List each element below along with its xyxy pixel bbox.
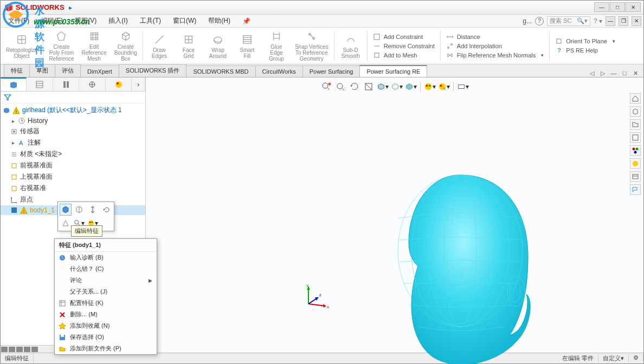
sb-tab-config[interactable] bbox=[53, 77, 79, 91]
orient-plane-button[interactable]: Orient To Plane▾ bbox=[555, 37, 615, 46]
remove-constraint-button[interactable]: Remove Constraint bbox=[373, 42, 435, 50]
maximize-button[interactable]: □ bbox=[610, 2, 625, 12]
filter-icon[interactable] bbox=[1, 92, 145, 103]
menu-insert[interactable]: 插入(I) bbox=[103, 15, 133, 27]
inner-restore[interactable]: ❐ bbox=[619, 16, 628, 26]
tab-max-icon[interactable]: □ bbox=[621, 69, 628, 77]
tab-min-icon[interactable]: — bbox=[610, 69, 617, 77]
menu-pin-icon[interactable]: 📌 bbox=[237, 16, 256, 26]
sb-tab-feature[interactable] bbox=[1, 77, 27, 91]
smart-fill-button[interactable]: SmartFill bbox=[233, 29, 261, 63]
help-icon[interactable]: ? bbox=[535, 17, 544, 25]
vp-scene-icon[interactable]: ▾ bbox=[405, 81, 417, 93]
tree-front-plane[interactable]: 前视基准面 bbox=[1, 160, 145, 171]
tree-top-plane[interactable]: 上视基准面 bbox=[1, 171, 145, 183]
snap-vertices-button[interactable]: Snap VerticesTo ReferenceGeometry bbox=[292, 29, 332, 63]
search-input[interactable]: 搜索 SC🔍▾ bbox=[547, 16, 590, 26]
draw-edges-button[interactable]: DrawEdges bbox=[145, 29, 173, 63]
taskpane-explorer-icon[interactable] bbox=[630, 132, 641, 143]
bounding-box-button[interactable]: CreateBoundingBox bbox=[111, 29, 140, 63]
vp-orient-icon[interactable]: ▾ bbox=[377, 81, 389, 93]
tab-close-icon[interactable]: ✕ bbox=[632, 69, 639, 77]
tab-circuitworks[interactable]: CircuitWorks bbox=[255, 66, 303, 77]
minimize-button[interactable]: — bbox=[594, 2, 609, 12]
ctx-parent-child[interactable]: 父子关系... (J) bbox=[55, 286, 157, 297]
ctx-delete[interactable]: 删除... (M) bbox=[55, 309, 157, 320]
taskpane-forum-icon[interactable] bbox=[630, 184, 641, 195]
ctx-new-folder[interactable]: 添加到新文件夹 (P) bbox=[55, 343, 157, 354]
tab-evaluate[interactable]: 评估 bbox=[55, 64, 81, 77]
ctx-rollback-icon[interactable] bbox=[87, 204, 99, 216]
vp-display-icon[interactable]: ▾ bbox=[391, 81, 403, 93]
ctx-normal-icon[interactable] bbox=[60, 217, 72, 229]
help-dropdown[interactable]: ? ▾ bbox=[594, 17, 602, 25]
ctx-edit-feature-icon[interactable] bbox=[60, 204, 72, 216]
ctx-undo-icon[interactable] bbox=[100, 204, 112, 216]
ctx-comments[interactable]: 评论▶ bbox=[55, 275, 157, 286]
sb-tab-property[interactable] bbox=[27, 77, 53, 91]
tab-next-icon[interactable]: ▷ bbox=[599, 69, 607, 77]
status-custom[interactable]: 自定义 ▾ bbox=[598, 354, 629, 362]
create-poly-button[interactable]: CreatePoly FromReference bbox=[46, 29, 77, 63]
tree-material[interactable]: 材质 <未指定> bbox=[1, 148, 145, 160]
ps-re-help-button[interactable]: ?PS RE Help bbox=[555, 46, 615, 55]
tab-power-surfacing-re[interactable]: Power Surfacing RE bbox=[359, 65, 427, 77]
sb-tab-dimxpert[interactable] bbox=[79, 77, 105, 91]
ctx-favorites[interactable]: 添加到收藏 (N) bbox=[55, 320, 157, 332]
taskpane-resources-icon[interactable] bbox=[630, 106, 641, 117]
inner-close[interactable]: ✕ bbox=[632, 16, 641, 26]
menu-tools[interactable]: 工具(T) bbox=[134, 15, 166, 27]
menu-edit[interactable]: 编辑(E) bbox=[36, 15, 68, 27]
inner-minimize[interactable]: — bbox=[606, 16, 615, 26]
close-button[interactable]: ✕ bbox=[626, 2, 641, 12]
sb-tab-display[interactable] bbox=[106, 77, 132, 91]
tab-sketch[interactable]: 草图 bbox=[29, 64, 55, 77]
menu-window[interactable]: 窗口(W) bbox=[168, 15, 202, 27]
vp-zoom-area-icon[interactable] bbox=[334, 81, 346, 93]
add-to-mesh-button[interactable]: Add to Mesh bbox=[373, 51, 435, 60]
status-options-icon[interactable]: ⚙ bbox=[629, 354, 643, 361]
taskpane-properties-icon[interactable] bbox=[630, 171, 641, 182]
ctx-diagnose[interactable]: 输入诊断 (B) bbox=[55, 252, 157, 263]
taskpane-home-icon[interactable] bbox=[630, 93, 641, 104]
tab-addins[interactable]: SOLIDWORKS 插件 bbox=[119, 64, 187, 77]
taskpane-appearance-icon[interactable] bbox=[630, 158, 641, 169]
wrap-around-button[interactable]: WrapAround bbox=[204, 29, 232, 63]
taskpane-library-icon[interactable] bbox=[630, 119, 641, 130]
tree-annotations[interactable]: ▸A注解 bbox=[1, 137, 145, 148]
retopologize-button[interactable]: RetopologizeObject bbox=[3, 29, 41, 63]
subd-smooth-button[interactable]: Sub-DSmooth bbox=[337, 29, 365, 63]
ctx-configure[interactable]: 配置特征 (K) bbox=[55, 297, 157, 309]
ctx-whats-wrong[interactable]: 什么错？ (C) bbox=[55, 263, 157, 275]
sb-tab-more[interactable]: › bbox=[132, 77, 145, 91]
flip-normals-button[interactable]: Flip Reference Mesh Normals▾ bbox=[446, 51, 544, 60]
tab-mbd[interactable]: SOLIDWORKS MBD bbox=[186, 66, 255, 77]
tab-dimxpert[interactable]: DimXpert bbox=[80, 66, 119, 77]
tree-root[interactable]: ! girlhead (默认<<默认>_显示状态 1 bbox=[1, 105, 145, 116]
vp-hide-show-icon[interactable]: ▾ bbox=[457, 81, 469, 93]
face-grid-button[interactable]: FaceGrid bbox=[175, 29, 203, 63]
vp-appearance-icon[interactable]: ▾ bbox=[424, 81, 436, 93]
tree-right-plane[interactable]: 右视基准 bbox=[1, 183, 145, 194]
add-constraint-button[interactable]: Add Constraint bbox=[373, 32, 435, 41]
vp-zoom-fit-icon[interactable] bbox=[320, 81, 332, 93]
vp-prev-view-icon[interactable] bbox=[349, 81, 360, 93]
taskpane-view-icon[interactable] bbox=[630, 145, 641, 156]
new-icon[interactable]: ▸ bbox=[69, 4, 76, 11]
add-interpolation-button[interactable]: Add Interpolation bbox=[446, 42, 544, 50]
edit-mesh-button[interactable]: EditReferenceMesh bbox=[79, 29, 110, 63]
tree-history[interactable]: ▸History bbox=[1, 116, 145, 126]
vp-edit-appearance-icon[interactable]: ▾ bbox=[438, 81, 450, 93]
vp-section-icon[interactable] bbox=[363, 81, 375, 93]
menu-help[interactable]: 帮助(H) bbox=[203, 15, 236, 27]
ctx-insert-icon[interactable] bbox=[73, 204, 85, 216]
3d-viewport[interactable]: ▾ ▾ ▾ ▾ ▾ ▾ bbox=[146, 77, 643, 353]
tab-power-surfacing[interactable]: Power Surfacing bbox=[302, 66, 360, 77]
distance-button[interactable]: Distance bbox=[446, 32, 544, 41]
glue-edge-button[interactable]: GlueEdgeGroup bbox=[262, 29, 291, 63]
tab-feature[interactable]: 特征 bbox=[4, 64, 30, 77]
menu-view[interactable]: 视图(V) bbox=[69, 15, 102, 27]
ctx-save-selection[interactable]: 保存选择 (O) bbox=[55, 332, 157, 343]
menu-file[interactable]: 文件(F) bbox=[3, 15, 35, 27]
tab-prev-icon[interactable]: ◁ bbox=[588, 69, 596, 77]
